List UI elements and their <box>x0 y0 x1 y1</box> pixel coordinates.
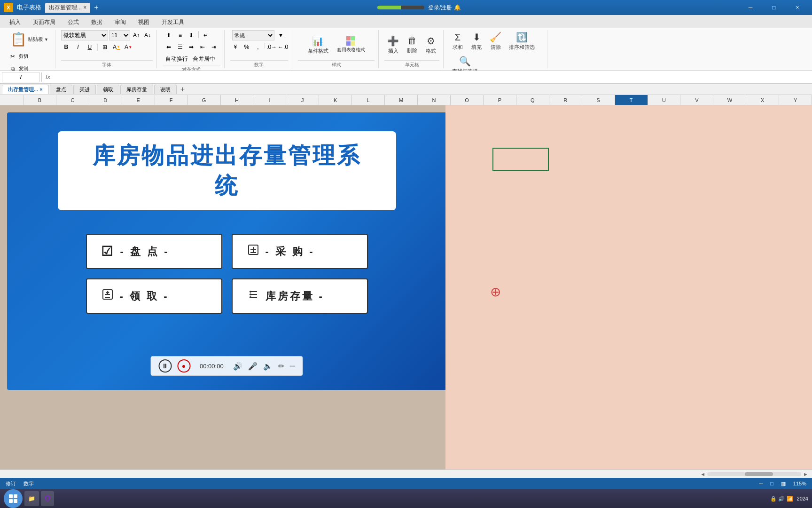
menu-pandian[interactable]: ☑ - 盘 点 - <box>86 234 222 269</box>
underline-btn[interactable]: U <box>85 42 95 52</box>
tab-formula[interactable]: 公式 <box>62 16 85 28</box>
col-F[interactable]: F <box>155 95 188 105</box>
col-X[interactable]: X <box>746 95 779 105</box>
border-btn[interactable]: ⊞ <box>100 42 110 52</box>
window-close-tab[interactable]: 出存量管理... × <box>45 3 90 13</box>
clear-btn[interactable]: 🧹 清除 <box>487 30 504 52</box>
col-P[interactable]: P <box>484 95 516 105</box>
conditional-format-btn[interactable]: 📊 条件格式 <box>305 34 331 56</box>
indent-decrease-btn[interactable]: ⇤ <box>197 42 208 52</box>
col-R[interactable]: R <box>549 95 582 105</box>
tab-data[interactable]: 数据 <box>86 16 108 28</box>
tab-insert[interactable]: 插入 <box>4 16 26 28</box>
view-preview-btn[interactable]: ▦ <box>781 481 786 487</box>
col-C[interactable]: C <box>56 95 89 105</box>
view-normal-btn[interactable]: ─ <box>759 481 763 486</box>
decrease-font-btn[interactable]: A↓ <box>142 30 153 40</box>
col-S[interactable]: S <box>582 95 615 105</box>
currency-btn[interactable]: ¥ <box>230 42 241 52</box>
tab-page-layout[interactable]: 页面布局 <box>27 16 61 28</box>
col-H[interactable]: H <box>221 95 254 105</box>
start-btn[interactable] <box>4 489 23 508</box>
view-page-btn[interactable]: □ <box>770 481 773 486</box>
col-M[interactable]: M <box>385 95 418 105</box>
cell-ref-input[interactable] <box>2 72 39 82</box>
align-center-btn[interactable]: ☰ <box>175 42 185 52</box>
col-U[interactable]: U <box>648 95 681 105</box>
volume-icon[interactable]: 🔊 <box>233 362 242 371</box>
cut-btn[interactable]: ✂ <box>8 51 18 62</box>
merge-btn[interactable]: 合并居中 <box>191 54 217 64</box>
right-panel[interactable]: ⊕ <box>445 105 812 469</box>
tab-review[interactable]: 审阅 <box>109 16 132 28</box>
delete-btn[interactable]: 🗑 删除 <box>404 34 421 56</box>
sheet-tab-cuncunliang[interactable]: 库房存量 <box>120 85 153 94</box>
taskbar-file-manager[interactable]: 📁 <box>24 491 39 506</box>
col-I[interactable]: I <box>253 95 286 105</box>
font-size-select[interactable]: 11 <box>109 30 130 40</box>
number-format-dropdown[interactable]: ▼ <box>275 30 286 40</box>
col-V[interactable]: V <box>680 95 713 105</box>
sheet-tab-active[interactable]: 出存量管理... × <box>2 85 49 94</box>
menu-lingqu[interactable]: - 领 取 - <box>86 278 222 314</box>
indent-increase-btn[interactable]: ⇥ <box>209 42 219 52</box>
sheet-tab-pandian[interactable]: 盘点 <box>50 85 72 94</box>
align-bottom-btn[interactable]: ⬇ <box>186 30 196 40</box>
col-B[interactable]: B <box>23 95 56 105</box>
taskbar-onenote[interactable]: O <box>41 491 54 506</box>
formula-input[interactable] <box>54 72 810 82</box>
font-color-btn[interactable]: A▼ <box>123 42 133 52</box>
sheet-tab-shuoming[interactable]: 说明 <box>154 85 177 94</box>
align-left-btn[interactable]: ⬅ <box>164 42 174 52</box>
decimal-decrease-btn[interactable]: ←.0 <box>278 42 288 52</box>
col-E[interactable]: E <box>122 95 155 105</box>
format-btn[interactable]: ⚙ 格式 <box>422 34 439 56</box>
mic-icon[interactable]: 🎤 <box>248 362 258 371</box>
number-format-select[interactable]: 常规 <box>232 30 274 40</box>
sum-btn[interactable]: Σ 求和 <box>449 31 466 52</box>
sheet-tab-maijin[interactable]: 买进 <box>73 85 96 94</box>
maximize-btn[interactable]: □ <box>763 0 785 15</box>
align-right-btn[interactable]: ➡ <box>186 42 196 52</box>
bold-btn[interactable]: B <box>61 42 71 52</box>
minus-icon[interactable]: ─ <box>290 362 295 370</box>
new-tab-btn[interactable]: + <box>94 3 98 12</box>
col-Q[interactable]: Q <box>516 95 549 105</box>
col-O[interactable]: O <box>451 95 484 105</box>
col-W[interactable]: W <box>713 95 746 105</box>
comma-btn[interactable]: , <box>253 42 263 52</box>
pause-btn[interactable]: ⏸ <box>158 359 172 373</box>
pen-icon[interactable]: ✏ <box>278 362 284 371</box>
sort-btn[interactable]: 🔃 排序和筛选 <box>506 30 538 52</box>
fill-btn[interactable]: ⬇ 填充 <box>468 30 485 52</box>
col-N[interactable]: N <box>418 95 451 105</box>
menu-kucun[interactable]: 库房存量 - <box>232 278 368 314</box>
sheet-tab-lingqu[interactable]: 领取 <box>97 85 119 94</box>
col-G[interactable]: G <box>188 95 221 105</box>
insert-btn[interactable]: ➕ 插入 <box>384 34 402 56</box>
decimal-increase-btn[interactable]: .0→ <box>266 42 277 52</box>
add-sheet-btn[interactable]: + <box>178 85 187 94</box>
align-middle-btn[interactable]: ≡ <box>175 30 185 40</box>
horizontal-scrollbar[interactable]: ◄ ► <box>0 469 812 478</box>
stop-btn[interactable]: ● <box>177 359 190 373</box>
table-format-btn[interactable]: 套用表格格式 <box>334 35 368 55</box>
bg-color-btn[interactable]: A▼ <box>111 42 122 52</box>
increase-font-btn[interactable]: A↑ <box>131 30 141 40</box>
italic-btn[interactable]: I <box>73 42 83 52</box>
close-btn[interactable]: × <box>787 0 808 15</box>
menu-caigou[interactable]: - 采 购 - <box>232 234 368 269</box>
minimize-btn[interactable]: ─ <box>740 0 761 15</box>
tab-developer[interactable]: 开发工具 <box>156 16 190 28</box>
font-family-select[interactable]: 微软雅黑 <box>61 30 108 40</box>
col-J[interactable]: J <box>286 95 319 105</box>
col-Y[interactable]: Y <box>779 95 812 105</box>
tab-view[interactable]: 视图 <box>133 16 155 28</box>
sound-settings-icon[interactable]: 🔈 <box>263 362 273 371</box>
wrap-text-btn[interactable]: ↵ <box>201 30 211 40</box>
col-D[interactable]: D <box>89 95 122 105</box>
align-top-btn[interactable]: ⬆ <box>164 30 174 40</box>
col-L[interactable]: L <box>352 95 385 105</box>
scrollbar-track[interactable] <box>707 472 801 476</box>
login-area[interactable]: 登录/注册 🔔 <box>428 4 461 12</box>
